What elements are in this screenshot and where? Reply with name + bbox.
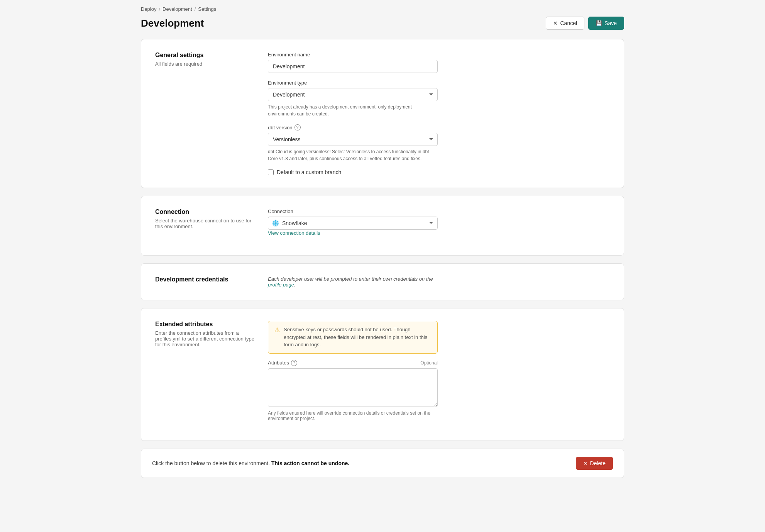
custom-branch-label: Default to a custom branch <box>277 169 341 175</box>
connection-select-wrapper: Snowflake BigQuery Redshift <box>268 217 438 230</box>
env-name-input[interactable] <box>268 60 438 73</box>
env-name-label: Environment name <box>268 52 438 58</box>
breadcrumb-deploy: Deploy <box>141 6 156 12</box>
connection-label: Connection <box>268 208 438 214</box>
page-title: Development <box>141 17 204 29</box>
general-settings-left: General settings All fields are required <box>155 52 256 175</box>
connection-subtext: Select the warehouse connection to use f… <box>155 218 256 229</box>
attributes-info-icon[interactable]: ? <box>291 360 297 366</box>
delete-button[interactable]: ✕ Delete <box>576 457 613 470</box>
extended-attributes-left: Extended attributes Enter the connection… <box>155 321 256 428</box>
env-type-label: Environment type <box>268 80 438 86</box>
delete-label: Delete <box>590 460 606 466</box>
delete-section-text: Click the button below to delete this en… <box>152 460 349 466</box>
attributes-textarea[interactable] <box>268 368 438 407</box>
dbt-version-hint: dbt Cloud is going versionless! Select V… <box>268 148 438 162</box>
dev-credentials-text: Each developer user will be prompted to … <box>268 276 438 288</box>
page-header: Development ✕ Cancel 💾 Save <box>141 17 624 30</box>
warning-text: Sensitive keys or passwords should not b… <box>284 326 431 349</box>
extended-attributes-section: Extended attributes Enter the connection… <box>141 308 624 441</box>
breadcrumb-sep-2: / <box>195 6 196 12</box>
warning-icon: ⚠ <box>274 326 280 334</box>
cancel-x-icon: ✕ <box>553 20 558 26</box>
delete-warning-text: This action cannot be undone. <box>271 460 349 466</box>
cancel-button[interactable]: ✕ Cancel <box>546 17 584 30</box>
dev-credentials-right: Each developer user will be prompted to … <box>268 276 438 288</box>
breadcrumb-development: Development <box>162 6 192 12</box>
connection-heading: Connection <box>155 208 256 215</box>
breadcrumb: Deploy / Development / Settings <box>141 6 624 12</box>
dev-credentials-end: . <box>294 282 296 288</box>
extended-attributes-right: ⚠ Sensitive keys or passwords should not… <box>268 321 438 428</box>
connection-right: Connection Snowflake BigQuery Redshift <box>268 208 438 243</box>
attributes-group: Attributes ? Optional Any fields entered… <box>268 360 438 421</box>
env-type-select[interactable]: Development Staging Production <box>268 88 438 101</box>
profile-page-link[interactable]: profile page <box>268 282 294 288</box>
warning-box: ⚠ Sensitive keys or passwords should not… <box>268 321 438 354</box>
general-settings-section: General settings All fields are required… <box>141 39 624 188</box>
extended-attributes-heading: Extended attributes <box>155 321 256 328</box>
save-button[interactable]: 💾 Save <box>588 17 624 30</box>
env-type-group: Environment type Development Staging Pro… <box>268 80 438 117</box>
dev-credentials-description: Each developer user will be prompted to … <box>268 276 433 282</box>
snowflake-icon <box>272 219 279 227</box>
dev-credentials-section: Development credentials Each developer u… <box>141 263 624 300</box>
extended-attributes-subtext: Enter the connection attributes from a p… <box>155 330 256 347</box>
attributes-hint: Any fields entered here will override co… <box>268 410 438 421</box>
env-type-hint: This project already has a development e… <box>268 103 438 117</box>
dbt-version-info-icon[interactable]: ? <box>294 124 301 130</box>
general-settings-subtext: All fields are required <box>155 61 256 67</box>
general-settings-heading: General settings <box>155 52 256 59</box>
dev-credentials-left: Development credentials <box>155 276 256 288</box>
dbt-version-label: dbt version <box>268 125 293 130</box>
connection-group: Connection Snowflake BigQuery Redshift <box>268 208 438 236</box>
general-settings-right: Environment name Environment type Develo… <box>268 52 438 175</box>
custom-branch-checkbox[interactable] <box>268 169 274 175</box>
delete-text: Click the button below to delete this en… <box>152 460 271 466</box>
view-connection-details-link[interactable]: View connection details <box>268 230 320 236</box>
optional-label: Optional <box>420 360 438 366</box>
connection-select[interactable]: Snowflake BigQuery Redshift <box>268 217 438 230</box>
breadcrumb-settings: Settings <box>198 6 216 12</box>
save-icon: 💾 <box>596 20 602 26</box>
connection-section: Connection Select the warehouse connecti… <box>141 196 624 256</box>
delete-section: Click the button below to delete this en… <box>141 449 624 478</box>
custom-branch-row: Default to a custom branch <box>268 169 438 175</box>
connection-left: Connection Select the warehouse connecti… <box>155 208 256 243</box>
dbt-version-select[interactable]: Versionless 1.7 1.6 1.5 <box>268 133 438 146</box>
header-actions: ✕ Cancel 💾 Save <box>546 17 624 30</box>
env-name-group: Environment name <box>268 52 438 73</box>
attributes-label: Attributes <box>268 360 289 366</box>
cancel-label: Cancel <box>560 20 577 26</box>
save-label: Save <box>604 20 617 26</box>
dbt-version-group: dbt version ? Versionless 1.7 1.6 1.5 db… <box>268 124 438 162</box>
delete-x-icon: ✕ <box>583 460 588 466</box>
dev-credentials-heading: Development credentials <box>155 276 256 283</box>
breadcrumb-sep-1: / <box>159 6 160 12</box>
attributes-label-row: Attributes ? Optional <box>268 360 438 366</box>
